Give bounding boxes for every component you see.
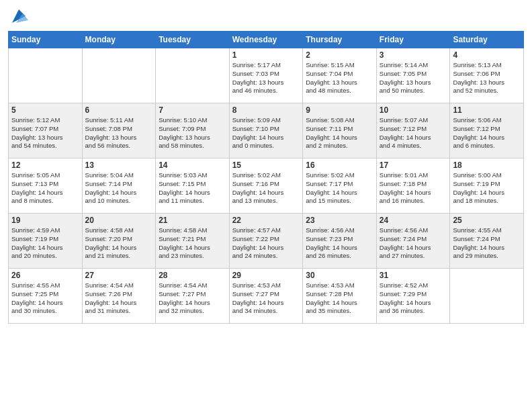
day-number: 17	[380, 161, 447, 170]
calendar-cell: 31Sunrise: 4:52 AM Sunset: 7:29 PM Dayli…	[376, 269, 450, 324]
calendar-cell: 11Sunrise: 5:06 AM Sunset: 7:12 PM Dayli…	[450, 103, 524, 158]
day-number: 26	[11, 271, 79, 280]
day-info: Sunrise: 5:14 AM Sunset: 7:05 PM Dayligh…	[380, 61, 447, 95]
calendar-week-row: 19Sunrise: 4:59 AM Sunset: 7:19 PM Dayli…	[9, 214, 524, 269]
day-info: Sunrise: 5:17 AM Sunset: 7:03 PM Dayligh…	[232, 61, 300, 95]
calendar-cell: 19Sunrise: 4:59 AM Sunset: 7:19 PM Dayli…	[9, 214, 83, 269]
day-info: Sunrise: 5:05 AM Sunset: 7:13 PM Dayligh…	[11, 171, 79, 205]
calendar-week-row: 5Sunrise: 5:12 AM Sunset: 7:07 PM Daylig…	[9, 103, 524, 158]
day-info: Sunrise: 4:56 AM Sunset: 7:23 PM Dayligh…	[306, 226, 373, 261]
day-number: 29	[232, 271, 300, 280]
day-number: 5	[11, 105, 79, 115]
day-number: 7	[159, 105, 226, 115]
calendar-cell	[450, 269, 524, 324]
day-number: 12	[11, 161, 79, 170]
day-info: Sunrise: 5:09 AM Sunset: 7:10 PM Dayligh…	[232, 116, 300, 150]
day-info: Sunrise: 4:54 AM Sunset: 7:27 PM Dayligh…	[159, 281, 226, 316]
day-info: Sunrise: 5:06 AM Sunset: 7:12 PM Dayligh…	[453, 116, 521, 150]
day-number: 18	[453, 161, 521, 170]
day-number: 3	[380, 50, 447, 60]
calendar-cell: 10Sunrise: 5:07 AM Sunset: 7:12 PM Dayli…	[376, 103, 450, 158]
calendar-week-row: 26Sunrise: 4:55 AM Sunset: 7:25 PM Dayli…	[9, 269, 524, 324]
logo-icon	[9, 7, 28, 26]
day-info: Sunrise: 5:01 AM Sunset: 7:18 PM Dayligh…	[380, 171, 447, 205]
calendar-week-row: 12Sunrise: 5:05 AM Sunset: 7:13 PM Dayli…	[9, 158, 524, 214]
day-info: Sunrise: 5:13 AM Sunset: 7:06 PM Dayligh…	[453, 61, 521, 95]
calendar-cell: 14Sunrise: 5:03 AM Sunset: 7:15 PM Dayli…	[156, 158, 230, 214]
day-info: Sunrise: 5:03 AM Sunset: 7:15 PM Dayligh…	[159, 171, 226, 205]
calendar-cell: 1Sunrise: 5:17 AM Sunset: 7:03 PM Daylig…	[229, 48, 303, 103]
day-number: 28	[159, 271, 226, 280]
header	[8, 7, 524, 26]
day-number: 4	[453, 50, 521, 60]
day-number: 2	[306, 50, 373, 60]
day-info: Sunrise: 5:12 AM Sunset: 7:07 PM Dayligh…	[11, 116, 79, 150]
logo	[8, 7, 28, 26]
logo-text	[8, 7, 28, 26]
calendar-cell: 4Sunrise: 5:13 AM Sunset: 7:06 PM Daylig…	[450, 48, 524, 103]
day-number: 27	[85, 271, 153, 280]
weekday-header-saturday: Saturday	[450, 32, 524, 48]
day-number: 8	[232, 105, 300, 115]
weekday-header-row: SundayMondayTuesdayWednesdayThursdayFrid…	[9, 32, 524, 48]
calendar-cell	[82, 48, 156, 103]
calendar-cell	[156, 48, 230, 103]
weekday-header-monday: Monday	[82, 32, 156, 48]
day-number: 20	[85, 216, 153, 225]
day-info: Sunrise: 4:59 AM Sunset: 7:19 PM Dayligh…	[11, 226, 79, 261]
day-info: Sunrise: 5:15 AM Sunset: 7:04 PM Dayligh…	[306, 61, 373, 95]
day-info: Sunrise: 5:07 AM Sunset: 7:12 PM Dayligh…	[380, 116, 447, 150]
calendar-cell: 8Sunrise: 5:09 AM Sunset: 7:10 PM Daylig…	[229, 103, 303, 158]
calendar-cell: 21Sunrise: 4:58 AM Sunset: 7:21 PM Dayli…	[156, 214, 230, 269]
calendar-cell: 16Sunrise: 5:02 AM Sunset: 7:17 PM Dayli…	[303, 158, 377, 214]
weekday-header-tuesday: Tuesday	[156, 32, 230, 48]
calendar-cell: 5Sunrise: 5:12 AM Sunset: 7:07 PM Daylig…	[9, 103, 83, 158]
weekday-header-wednesday: Wednesday	[229, 32, 303, 48]
day-number: 30	[306, 271, 373, 280]
calendar-cell: 22Sunrise: 4:57 AM Sunset: 7:22 PM Dayli…	[229, 214, 303, 269]
calendar-table: SundayMondayTuesdayWednesdayThursdayFrid…	[8, 31, 524, 324]
day-number: 22	[232, 216, 300, 225]
calendar-cell: 9Sunrise: 5:08 AM Sunset: 7:11 PM Daylig…	[303, 103, 377, 158]
calendar-cell: 13Sunrise: 5:04 AM Sunset: 7:14 PM Dayli…	[82, 158, 156, 214]
weekday-header-friday: Friday	[376, 32, 450, 48]
calendar-cell: 2Sunrise: 5:15 AM Sunset: 7:04 PM Daylig…	[303, 48, 377, 103]
day-number: 11	[453, 105, 521, 115]
day-number: 6	[85, 105, 153, 115]
calendar-cell: 28Sunrise: 4:54 AM Sunset: 7:27 PM Dayli…	[156, 269, 230, 324]
day-number: 25	[453, 216, 521, 225]
day-info: Sunrise: 5:10 AM Sunset: 7:09 PM Dayligh…	[159, 116, 226, 150]
calendar-cell: 25Sunrise: 4:55 AM Sunset: 7:24 PM Dayli…	[450, 214, 524, 269]
calendar-week-row: 1Sunrise: 5:17 AM Sunset: 7:03 PM Daylig…	[9, 48, 524, 103]
day-info: Sunrise: 4:54 AM Sunset: 7:26 PM Dayligh…	[85, 281, 153, 316]
day-number: 24	[380, 216, 447, 225]
day-info: Sunrise: 5:11 AM Sunset: 7:08 PM Dayligh…	[85, 116, 153, 150]
calendar-cell: 20Sunrise: 4:58 AM Sunset: 7:20 PM Dayli…	[82, 214, 156, 269]
day-number: 13	[85, 161, 153, 170]
day-number: 9	[306, 105, 373, 115]
calendar-cell: 3Sunrise: 5:14 AM Sunset: 7:05 PM Daylig…	[376, 48, 450, 103]
calendar-cell: 18Sunrise: 5:00 AM Sunset: 7:19 PM Dayli…	[450, 158, 524, 214]
day-number: 23	[306, 216, 373, 225]
day-info: Sunrise: 4:58 AM Sunset: 7:21 PM Dayligh…	[159, 226, 226, 261]
day-number: 14	[159, 161, 226, 170]
calendar-cell: 29Sunrise: 4:53 AM Sunset: 7:27 PM Dayli…	[229, 269, 303, 324]
page: SundayMondayTuesdayWednesdayThursdayFrid…	[0, 0, 532, 411]
day-info: Sunrise: 4:53 AM Sunset: 7:27 PM Dayligh…	[232, 281, 300, 316]
day-number: 31	[380, 271, 447, 280]
weekday-header-sunday: Sunday	[9, 32, 83, 48]
day-info: Sunrise: 4:55 AM Sunset: 7:25 PM Dayligh…	[11, 281, 79, 316]
day-info: Sunrise: 4:55 AM Sunset: 7:24 PM Dayligh…	[453, 226, 521, 261]
calendar-cell: 23Sunrise: 4:56 AM Sunset: 7:23 PM Dayli…	[303, 214, 377, 269]
day-number: 10	[380, 105, 447, 115]
calendar-cell: 7Sunrise: 5:10 AM Sunset: 7:09 PM Daylig…	[156, 103, 230, 158]
calendar-cell: 17Sunrise: 5:01 AM Sunset: 7:18 PM Dayli…	[376, 158, 450, 214]
day-info: Sunrise: 4:52 AM Sunset: 7:29 PM Dayligh…	[380, 281, 447, 316]
calendar-cell: 15Sunrise: 5:02 AM Sunset: 7:16 PM Dayli…	[229, 158, 303, 214]
day-number: 1	[232, 50, 300, 60]
day-info: Sunrise: 5:04 AM Sunset: 7:14 PM Dayligh…	[85, 171, 153, 205]
weekday-header-thursday: Thursday	[303, 32, 377, 48]
day-info: Sunrise: 4:56 AM Sunset: 7:24 PM Dayligh…	[380, 226, 447, 261]
calendar-cell: 6Sunrise: 5:11 AM Sunset: 7:08 PM Daylig…	[82, 103, 156, 158]
calendar-cell: 12Sunrise: 5:05 AM Sunset: 7:13 PM Dayli…	[9, 158, 83, 214]
